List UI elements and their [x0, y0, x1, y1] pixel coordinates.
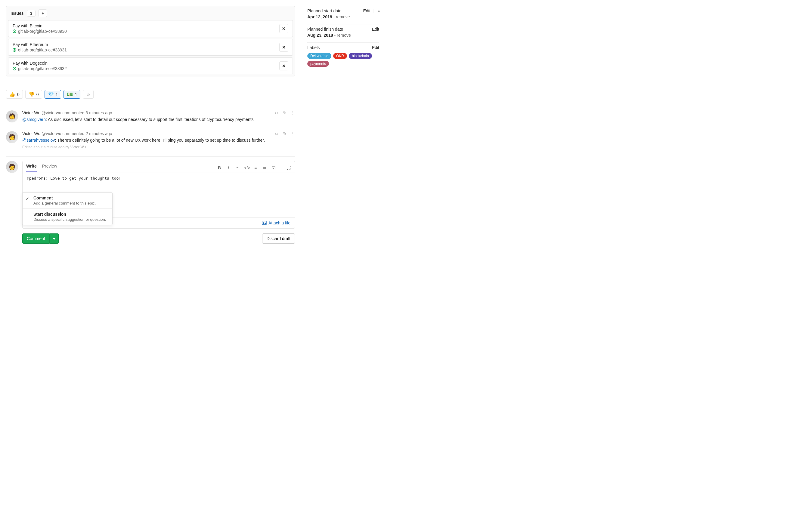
chevron-down-icon — [53, 238, 56, 240]
finish-date-sep: - — [333, 33, 337, 38]
kebab-icon[interactable]: ⋮ — [291, 131, 295, 136]
fullscreen-icon[interactable]: ⛶ — [286, 165, 291, 170]
issues-header: Issues 3 + — [6, 6, 295, 20]
close-icon: ✕ — [282, 26, 286, 31]
comment-dropdown-toggle[interactable] — [50, 233, 59, 244]
sidebar-section-finish-date: Planned finish date Edit Aug 23, 2018 - … — [307, 24, 379, 43]
mention-sep: : — [55, 138, 57, 142]
sidebar-section-start-date: Planned start date Edit | » Apr 12, 2018… — [307, 6, 379, 24]
label-pill-payments[interactable]: payments — [307, 61, 329, 67]
issue-title: Pay with Dogecoin — [13, 61, 67, 66]
smiley-icon: ☺ — [86, 92, 90, 97]
tab-preview[interactable]: Preview — [42, 164, 57, 172]
plus-icon: + — [42, 11, 44, 16]
note-text: @smcgivern: As discussed, let's start to… — [22, 117, 295, 122]
finish-date: Aug 23, 2018 — [307, 33, 333, 38]
issue-ref-text: gitlab-org/gitlab-ce#38932 — [18, 66, 67, 71]
remove-issue-button[interactable]: ✕ — [279, 61, 288, 70]
issue-card[interactable]: Pay with Dogecoin gitlab-org/gitlab-ce#3… — [8, 58, 293, 74]
sidebar: Planned start date Edit | » Apr 12, 2018… — [301, 6, 385, 244]
reactions-bar: 👍 0 👎 0 💎 1 💵 1 ☺ — [6, 90, 295, 99]
mention-link[interactable]: @sarrahvesselov — [22, 138, 55, 142]
add-reaction-button[interactable]: ☺ — [83, 90, 94, 99]
avatar[interactable]: 🧑 — [6, 131, 18, 143]
avatar[interactable]: 🧑 — [6, 110, 18, 122]
remove-issue-button[interactable]: ✕ — [279, 24, 288, 33]
close-icon: ✕ — [282, 45, 286, 50]
note-content: There's definitely going to be a lot of … — [57, 138, 265, 142]
reaction-thumbs-down[interactable]: 👎 0 — [25, 90, 42, 99]
bullet-list-icon[interactable]: ≡ — [253, 165, 258, 170]
note-meta: Victor Wu @victorwu commented 3 minutes … — [22, 110, 112, 115]
attach-file-button[interactable]: Attach a file — [262, 221, 290, 225]
sidebar-section-labels: Labels Edit Deliverable OKR blockchain p… — [307, 43, 379, 72]
label-pill-blockchain[interactable]: blockchain — [349, 53, 372, 59]
code-icon[interactable]: </> — [244, 165, 249, 170]
issue-info: Pay with Ethereum gitlab-org/gitlab-ce#3… — [13, 42, 67, 52]
quote-icon[interactable]: ❝ — [235, 165, 240, 170]
issue-title: Pay with Ethereum — [13, 42, 67, 47]
edit-finish-date-button[interactable]: Edit — [372, 27, 379, 31]
tab-write[interactable]: Write — [26, 164, 37, 172]
pencil-icon[interactable]: ✎ — [283, 110, 286, 115]
remove-start-date-button[interactable]: remove — [336, 15, 350, 19]
comment-button-group: Comment — [22, 233, 59, 244]
edit-start-date-button[interactable]: Edit — [363, 8, 370, 13]
issue-info: Pay with Bitcoin gitlab-org/gitlab-ce#38… — [13, 23, 67, 34]
dropdown-description: Add a general comment to this epic. — [34, 201, 108, 205]
reaction-money[interactable]: 💵 1 — [64, 90, 80, 99]
emoji-icon[interactable]: ☺ — [275, 110, 279, 115]
pencil-icon[interactable]: ✎ — [283, 131, 286, 136]
issue-ref-text: gitlab-org/gitlab-ce#38930 — [18, 29, 67, 34]
discard-draft-button[interactable]: Discard draft — [262, 233, 295, 244]
close-icon: ✕ — [282, 64, 286, 68]
thumbs-down-icon: 👎 — [28, 91, 35, 97]
author-handle[interactable]: @victorwu — [42, 110, 61, 115]
author-name[interactable]: Victor Wu — [22, 110, 40, 115]
note: 🧑 Victor Wu @victorwu commented 3 minute… — [6, 106, 295, 127]
emoji-icon[interactable]: ☺ — [275, 131, 279, 136]
remove-finish-date-button[interactable]: remove — [337, 33, 351, 38]
note-actions: ☺ ✎ ⋮ — [275, 110, 295, 115]
dropdown-item-discussion[interactable]: Start discussion Discuss a specific sugg… — [23, 208, 112, 225]
note-text: @sarrahvesselov: There's definitely goin… — [22, 138, 295, 142]
issue-open-icon — [13, 48, 16, 52]
mention-link[interactable]: @smcgivern — [22, 117, 46, 122]
author-handle[interactable]: @victorwu — [42, 131, 61, 136]
remove-issue-button[interactable]: ✕ — [279, 43, 288, 52]
check-icon: ✓ — [26, 196, 29, 201]
issue-card[interactable]: Pay with Bitcoin gitlab-org/gitlab-ce#38… — [8, 20, 293, 37]
issue-reference: gitlab-org/gitlab-ce#38931 — [13, 47, 67, 52]
notes-list: 🧑 Victor Wu @victorwu commented 3 minute… — [6, 106, 295, 153]
note-header: Victor Wu @victorwu commented 2 minutes … — [22, 131, 295, 136]
labels-list: Deliverable OKR blockchain payments — [307, 53, 379, 67]
editor-action-row: Comment Discard draft — [22, 233, 295, 244]
note-meta: Victor Wu @victorwu commented 2 minutes … — [22, 131, 112, 136]
comment-type-dropdown: ✓ Comment Add a general comment to this … — [22, 192, 113, 225]
reaction-thumbs-up[interactable]: 👍 0 — [6, 90, 23, 99]
label-pill-deliverable[interactable]: Deliverable — [307, 53, 331, 59]
dropdown-item-comment[interactable]: ✓ Comment Add a general comment to this … — [23, 192, 112, 208]
numbered-list-icon[interactable]: ≣ — [262, 165, 267, 170]
issues-count-badge: 3 — [27, 10, 36, 17]
avatar[interactable]: 🧑 — [6, 161, 18, 173]
kebab-icon[interactable]: ⋮ — [291, 110, 295, 115]
reaction-diamond[interactable]: 💎 1 — [45, 90, 61, 99]
italic-icon[interactable]: I — [226, 165, 231, 170]
edit-labels-button[interactable]: Edit — [372, 45, 379, 50]
collapse-sidebar-icon[interactable]: » — [377, 8, 379, 13]
issue-card[interactable]: Pay with Ethereum gitlab-org/gitlab-ce#3… — [8, 39, 293, 55]
comment-editor-wrapper: 🧑 Write Preview B I ❝ </> ≡ ≣ ☑ ⛶ @ped — [6, 156, 295, 229]
reaction-count: 1 — [56, 92, 58, 97]
add-issue-button[interactable]: + — [39, 9, 47, 17]
note-actions: ☺ ✎ ⋮ — [275, 131, 295, 136]
bold-icon[interactable]: B — [217, 165, 222, 170]
author-name[interactable]: Victor Wu — [22, 131, 40, 136]
task-list-icon[interactable]: ☑ — [271, 165, 276, 170]
label-pill-okr[interactable]: OKR — [333, 53, 347, 59]
finish-date-value: Aug 23, 2018 - remove — [307, 33, 379, 38]
thumbs-up-icon: 👍 — [9, 91, 15, 97]
comment-button[interactable]: Comment — [22, 233, 50, 244]
issue-open-icon — [13, 67, 16, 70]
note-time: 3 minutes ago — [86, 110, 112, 115]
